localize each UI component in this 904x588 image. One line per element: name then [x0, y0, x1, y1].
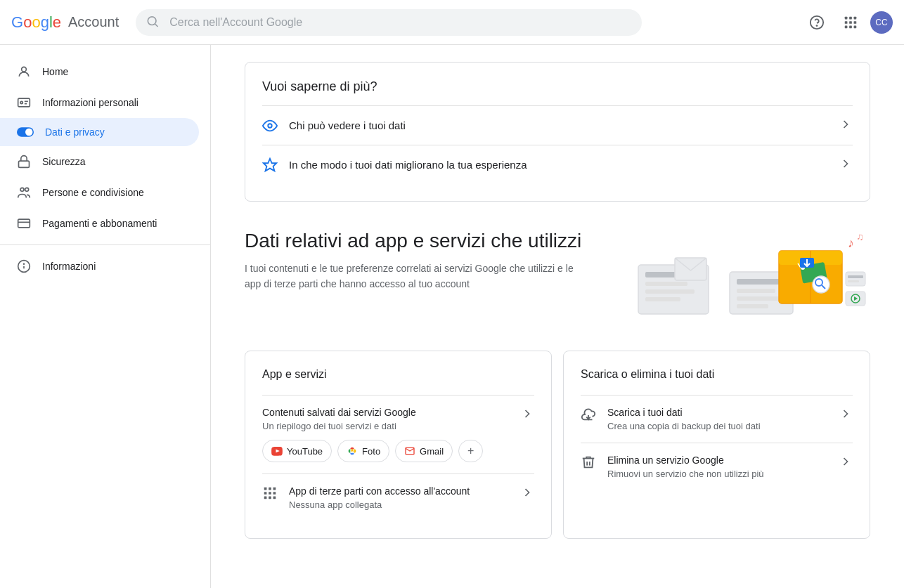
sidebar-item-personal[interactable]: Informazioni personali: [0, 87, 199, 118]
svg-rect-69: [273, 497, 276, 499]
gmail-label: Gmail: [420, 446, 444, 457]
third-party-title: App di terze parti con accesso all'accou…: [289, 485, 515, 497]
more-tag[interactable]: +: [458, 440, 483, 462]
grid-icon: [262, 485, 278, 501]
saved-content-content: Contenuti salvati dai servizi Google Un …: [262, 407, 515, 462]
svg-rect-33: [645, 289, 695, 294]
third-party-sub: Nessuna app collegata: [289, 499, 515, 510]
service-tags: YouTube: [262, 440, 515, 462]
sidebar-item-people[interactable]: Persone e condivisione: [0, 177, 199, 208]
delete-service-item[interactable]: Elimina un servizio Google Rimuovi un se…: [581, 443, 853, 490]
trash-icon: [581, 455, 596, 470]
who-sees-label: Chi può vedere i tuoi dati: [289, 119, 839, 131]
youtube-tag[interactable]: YouTube: [262, 440, 332, 462]
sidebar-label-payments: Pagamenti e abbonamenti: [42, 218, 157, 229]
logo-link[interactable]: Google Account: [11, 13, 119, 32]
svg-point-15: [20, 101, 22, 103]
search-bar: [136, 9, 642, 36]
sidebar-item-security[interactable]: Sicurezza: [0, 146, 199, 177]
saved-content-item[interactable]: Contenuti salvati dai servizi Google Un …: [262, 395, 534, 473]
sidebar-item-payments[interactable]: Pagamenti e abbonamenti: [0, 208, 199, 239]
svg-rect-64: [264, 492, 267, 495]
svg-rect-63: [273, 488, 276, 490]
svg-point-19: [25, 129, 32, 136]
foto-tag[interactable]: Foto: [337, 440, 389, 462]
sidebar-label-personal: Informazioni personali: [42, 97, 138, 108]
svg-rect-8: [849, 21, 852, 24]
download-item[interactable]: Scarica i tuoi dati Crea una copia di ba…: [581, 395, 853, 443]
account-label: Account: [68, 14, 119, 30]
how-data-label: In che modo i tuoi dati migliorano la tu…: [289, 159, 839, 171]
svg-rect-32: [645, 282, 687, 286]
sidebar-label-privacy: Dati e privacy: [45, 126, 105, 138]
svg-rect-39: [737, 304, 768, 308]
apps-button[interactable]: [837, 8, 865, 37]
svg-rect-67: [264, 497, 267, 499]
page-layout: Home Informazioni personali: [0, 45, 904, 588]
who-sees-row[interactable]: Chi può vedere i tuoi dati: [262, 105, 853, 145]
delete-service-arrow: [839, 455, 853, 469]
info-card: Vuoi saperne di più? Chi può vedere i tu…: [245, 62, 870, 202]
how-data-row[interactable]: In che modo i tuoi dati migliorano la tu…: [262, 145, 853, 184]
cards-row: App e servizi Contenuti salvati dai serv…: [245, 351, 870, 539]
people-icon: [17, 185, 31, 200]
app-services-title: App e servizi: [262, 368, 534, 381]
svg-rect-66: [273, 492, 276, 495]
section-block: Dati relativi ad app e servizi che utili…: [245, 230, 870, 328]
svg-rect-54: [848, 275, 863, 278]
avatar-initials: CC: [875, 18, 887, 27]
main-content: Vuoi saperne di più? Chi può vedere i tu…: [211, 45, 904, 588]
info-icon: [17, 259, 31, 273]
delete-service-sub: Rimuovi un servizio che non utilizzi più: [607, 469, 833, 479]
svg-rect-53: [846, 272, 865, 286]
search-input[interactable]: [136, 9, 642, 36]
avatar-button[interactable]: CC: [870, 11, 893, 34]
third-party-item[interactable]: App di terze parti con accesso all'accou…: [262, 473, 534, 521]
more-label: +: [467, 445, 474, 457]
download-arrow: [839, 407, 853, 421]
foto-label: Foto: [362, 446, 380, 457]
eye-icon: [262, 118, 278, 133]
personal-icon: [17, 96, 31, 110]
download-content: Scarica i tuoi dati Crea una copia di ba…: [607, 407, 833, 431]
app-services-card: App e servizi Contenuti salvati dai serv…: [245, 351, 552, 539]
svg-point-0: [148, 16, 157, 25]
svg-rect-5: [849, 16, 852, 19]
svg-rect-11: [849, 25, 852, 28]
saved-content-title: Contenuti salvati dai servizi Google: [262, 407, 515, 418]
who-sees-arrow: [839, 117, 853, 133]
section-desc: I tuoi contenuti e le tue preferenze cor…: [245, 261, 582, 292]
svg-rect-20: [19, 161, 30, 167]
google-logo: Google: [11, 13, 61, 32]
svg-rect-9: [854, 21, 857, 24]
sidebar-item-info[interactable]: Informazioni: [0, 251, 199, 282]
download-delete-card: Scarica o elimina i tuoi dati Scarica i …: [563, 351, 870, 539]
cloud-download-icon: [581, 407, 596, 422]
svg-point-28: [268, 124, 272, 128]
svg-rect-7: [845, 21, 848, 24]
section-text: Dati relativi ad app e servizi che utili…: [245, 230, 620, 292]
section-title: Dati relativi ad app e servizi che utili…: [245, 230, 620, 252]
header: Google Account: [0, 0, 904, 45]
help-button[interactable]: [803, 8, 831, 37]
sidebar-label-people: Persone e condivisione: [42, 187, 144, 198]
svg-text:♫: ♫: [856, 231, 864, 242]
svg-rect-68: [269, 497, 271, 499]
sidebar-label-info: Informazioni: [42, 261, 96, 272]
saved-content-arrow: [520, 407, 534, 421]
svg-rect-6: [854, 16, 857, 19]
sidebar-label-home: Home: [42, 66, 68, 77]
svg-rect-14: [18, 98, 30, 107]
delete-service-title: Elimina un servizio Google: [607, 455, 833, 466]
svg-rect-38: [737, 296, 782, 301]
svg-rect-12: [854, 25, 857, 28]
delete-service-content: Elimina un servizio Google Rimuovi un se…: [607, 455, 833, 479]
svg-rect-4: [845, 16, 848, 19]
sidebar-item-privacy[interactable]: Dati e privacy: [0, 118, 199, 146]
info-card-title: Vuoi saperne di più?: [262, 79, 853, 94]
svg-rect-34: [645, 297, 680, 301]
gmail-tag[interactable]: Gmail: [395, 440, 453, 462]
sidebar-item-home[interactable]: Home: [0, 56, 199, 87]
third-party-arrow: [520, 485, 534, 499]
sidebar-divider: [0, 244, 210, 245]
